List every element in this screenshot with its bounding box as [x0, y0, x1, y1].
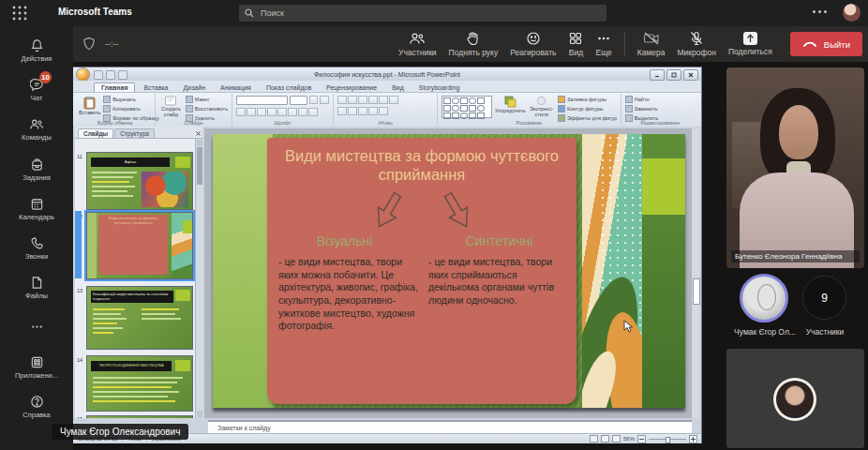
layout-button[interactable]: Макет	[186, 96, 228, 103]
redo-icon[interactable]	[118, 70, 127, 80]
share-button[interactable]: Поделиться	[728, 32, 772, 56]
reset-button[interactable]: Восстановить	[186, 105, 228, 112]
ribbon-tab-animation[interactable]: Анимация	[214, 83, 258, 92]
raise-hand-button[interactable]: Поднять руку	[449, 31, 499, 57]
ribbon-tab-storyboarding[interactable]: Storyboarding	[412, 83, 467, 92]
grow-font-button[interactable]	[309, 96, 319, 104]
app-launcher-waffle-icon[interactable]	[11, 5, 28, 22]
arrange-button[interactable]: Упорядочить	[495, 96, 526, 117]
titlebar-more-icon[interactable]	[813, 10, 827, 13]
zoom-slider-thumb[interactable]	[666, 437, 670, 443]
italic-button[interactable]	[247, 108, 256, 116]
shape-fill-button[interactable]: Заливка фигуры	[558, 96, 617, 103]
underline-button[interactable]	[257, 108, 266, 116]
sidebar-item-teams[interactable]: Команды	[0, 112, 73, 148]
new-slide-button[interactable]: Создать слайд	[159, 96, 183, 117]
align-right-button[interactable]	[358, 107, 367, 115]
bullets-button[interactable]	[337, 96, 347, 104]
undo-icon[interactable]	[106, 70, 115, 80]
sidebar-item-calendar[interactable]: Календарь	[0, 190, 73, 227]
panel-scrollbar[interactable]	[195, 139, 203, 418]
sidebar-item-activity[interactable]: Действия	[0, 32, 73, 68]
sidebar-item-more[interactable]	[0, 309, 73, 346]
bold-button[interactable]	[236, 108, 246, 116]
participants-button[interactable]: Участники	[398, 31, 437, 57]
slide-thumbnail-15[interactable]	[86, 415, 193, 418]
slide-canvas[interactable]: Види мистецтва за формою чуттєвого сприй…	[213, 134, 685, 408]
align-left-button[interactable]	[337, 107, 347, 115]
ribbon-tab-slideshow[interactable]: Показ слайдов	[260, 83, 318, 92]
participant-video-tile[interactable]	[726, 349, 864, 448]
char-spacing-button[interactable]	[288, 108, 297, 116]
panel-tab-outline[interactable]: Структура	[114, 128, 155, 138]
ribbon-tab-home[interactable]: Главная	[94, 82, 135, 92]
change-case-button[interactable]	[298, 108, 307, 116]
ribbon-tab-view[interactable]: Вид	[385, 83, 411, 92]
slide-thumbnail-14[interactable]: ТЕОРІЇ ПОХОДЖЕННЯ МИСТЕЦТВА	[86, 355, 193, 412]
search-input[interactable]	[259, 8, 544, 19]
quick-styles-button[interactable]: Экспресс-стили	[529, 96, 555, 117]
justify-button[interactable]	[368, 107, 378, 115]
font-size-dropdown[interactable]	[290, 96, 307, 105]
ribbon-tab-insert[interactable]: Вставка	[137, 83, 174, 92]
scroll-down-arrow[interactable]	[197, 411, 202, 417]
more-actions-button[interactable]: Еще	[595, 31, 611, 57]
slide-thumbnail-12-selected[interactable]: Види мистецтва за формою чуттєвого сприй…	[86, 212, 193, 279]
zoom-out-button[interactable]	[637, 435, 646, 443]
sidebar-item-chat[interactable]: 10 Чат	[0, 71, 73, 108]
shared-powerpoint-window[interactable]: Философия искусства.ppt - Microsoft Powe…	[73, 68, 701, 442]
quick-access-toolbar[interactable]	[94, 70, 127, 80]
ribbon-tab-review[interactable]: Рецензирование	[320, 83, 383, 92]
participants-count-circle[interactable]: 9	[802, 276, 846, 320]
sidebar-item-apps[interactable]: Приложени...	[0, 349, 73, 385]
scroll-up-arrow[interactable]	[197, 140, 202, 146]
minimize-button[interactable]	[650, 69, 665, 81]
search-box[interactable]	[239, 5, 606, 22]
scroll-thumb[interactable]	[693, 278, 700, 305]
sidebar-item-files[interactable]: Файлы	[0, 270, 73, 307]
find-button[interactable]: Найти	[625, 96, 658, 103]
zoom-slider[interactable]	[649, 439, 686, 440]
normal-view-button[interactable]	[590, 435, 598, 442]
sidebar-item-calls[interactable]: Звонки	[0, 230, 73, 266]
panel-tab-slides[interactable]: Слайды	[78, 128, 113, 138]
scroll-thumb[interactable]	[197, 147, 202, 185]
leave-button[interactable]: Выйти	[790, 32, 862, 56]
slide-thumbnail-11[interactable]: Афіша	[86, 152, 193, 210]
close-button[interactable]	[683, 69, 698, 81]
slide-thumbnail-13[interactable]: Класифікація видів мистецтва за способом…	[86, 286, 193, 350]
shadow-button[interactable]	[277, 108, 287, 116]
user-avatar[interactable]	[843, 4, 861, 22]
panel-close-icon[interactable]	[196, 131, 201, 136]
restore-button[interactable]	[666, 69, 681, 81]
replace-button[interactable]: Заменить	[625, 105, 658, 112]
shrink-font-button[interactable]	[320, 96, 329, 104]
main-speaker-video[interactable]: Бутенко Єлеонора Геннадіївна	[726, 68, 864, 268]
text-direction-button[interactable]	[389, 96, 398, 104]
shapes-gallery[interactable]	[441, 96, 492, 118]
line-spacing-button[interactable]	[379, 96, 388, 104]
increase-indent-button[interactable]	[368, 96, 378, 104]
decrease-indent-button[interactable]	[358, 96, 367, 104]
shape-outline-button[interactable]: Контур фигуры	[558, 105, 617, 112]
font-color-button[interactable]	[308, 108, 318, 116]
sidebar-item-help[interactable]: Справка	[0, 389, 73, 426]
sidebar-item-assignments[interactable]: Задания	[0, 151, 73, 188]
mic-button[interactable]: Микрофон	[678, 31, 716, 57]
react-button[interactable]: Реагировать	[510, 31, 556, 57]
ribbon-tab-design[interactable]: Дизайн	[177, 83, 213, 92]
slide-vertical-scrollbar[interactable]	[691, 128, 699, 418]
slide-sorter-view-button[interactable]	[601, 435, 609, 442]
office-button[interactable]	[77, 68, 89, 81]
pinned-participant-avatar[interactable]	[740, 274, 788, 322]
camera-button[interactable]: Камера	[637, 31, 666, 57]
zoom-in-button[interactable]	[689, 435, 697, 443]
slideshow-view-button[interactable]	[612, 435, 621, 442]
cut-button[interactable]: Вырезать	[103, 96, 158, 103]
view-button[interactable]: Вид	[568, 31, 583, 57]
numbering-button[interactable]	[348, 96, 357, 104]
paste-button[interactable]: Вставить	[79, 96, 100, 117]
save-icon[interactable]	[94, 70, 103, 80]
copy-button[interactable]: Копировать	[103, 105, 158, 112]
font-name-dropdown[interactable]	[236, 96, 288, 105]
